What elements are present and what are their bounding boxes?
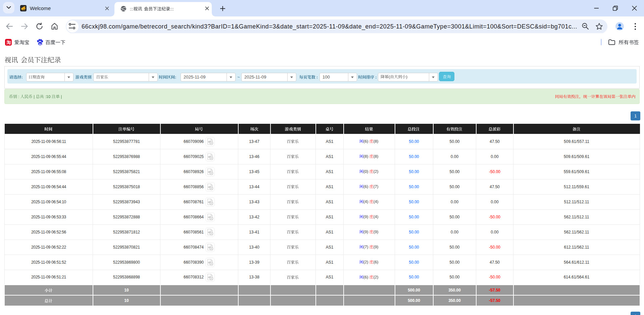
svg-text:du: du — [39, 43, 42, 45]
